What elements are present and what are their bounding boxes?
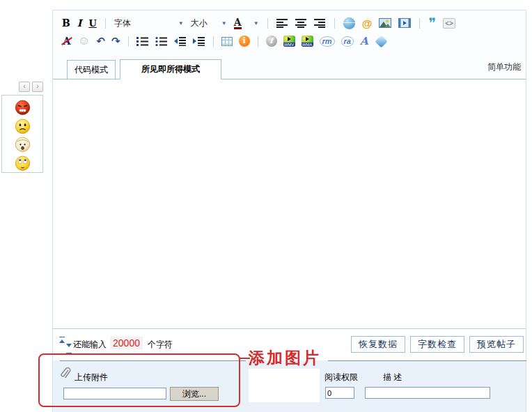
insert-email-icon[interactable]: @	[362, 17, 373, 29]
toolbar-separator	[258, 36, 258, 47]
wmv-media-icon[interactable]: WMV	[283, 36, 295, 47]
read-permission-label: 阅读权限	[324, 372, 358, 383]
wma-media-icon[interactable]: WMA	[302, 36, 313, 47]
font-style-icon[interactable]: A	[360, 35, 368, 47]
remove-format-icon[interactable]: A	[62, 36, 72, 47]
annotation-add-image-text: 添加图片	[249, 347, 321, 369]
toolbar-separator	[128, 36, 129, 47]
unordered-list-icon[interactable]	[155, 36, 168, 46]
upload-attachment-label: 上传附件	[75, 372, 108, 383]
insert-link-icon[interactable]	[343, 17, 355, 29]
align-right-icon[interactable]	[314, 19, 326, 28]
shrink-editor-icon[interactable]	[66, 344, 72, 347]
remaining-chars-count: 20000	[110, 337, 143, 349]
tab-wysiwyg-mode[interactable]: 所见即所得模式	[120, 59, 221, 79]
browse-button[interactable]: 浏览...	[170, 387, 219, 401]
italic-button[interactable]: I	[77, 17, 82, 29]
mode-tab-bar: 代码模式 所见即所得模式 简单功能	[53, 55, 526, 79]
attachment-file-input[interactable]	[63, 388, 166, 399]
toolbar-separator	[213, 36, 214, 47]
simple-mode-link[interactable]: 简单功能	[487, 61, 521, 73]
emoticon-next-button[interactable]: ›	[32, 82, 43, 92]
sad-face-emoticon[interactable]	[15, 119, 31, 135]
underline-button[interactable]: U	[88, 18, 96, 29]
wide-eyed-face-emoticon[interactable]	[15, 155, 31, 171]
description-label: 描 述	[383, 372, 402, 383]
read-permission-input[interactable]	[325, 387, 354, 399]
description-input[interactable]	[365, 387, 490, 399]
remaining-chars-label: 还能输入	[73, 339, 107, 351]
chevron-down-icon: ▼	[221, 20, 227, 26]
toolbar-separator	[419, 18, 420, 29]
emoticon-prev-button[interactable]: ‹	[19, 82, 30, 92]
preview-post-button[interactable]: 预览帖子	[469, 336, 524, 353]
outdent-icon[interactable]	[174, 36, 187, 46]
ordered-list-icon[interactable]	[136, 36, 149, 46]
crystal-icon[interactable]	[375, 35, 387, 47]
expand-editor-icon[interactable]	[59, 339, 65, 343]
font-size-label: 大小	[191, 17, 208, 29]
shocked-face-emoticon[interactable]	[15, 137, 31, 153]
font-color-icon: A	[234, 17, 242, 29]
code-icon[interactable]: <>	[443, 18, 455, 29]
font-color-dropdown[interactable]: A ▼	[234, 17, 259, 29]
toolbar-separator	[105, 18, 106, 29]
font-size-dropdown[interactable]: 大小 ▼	[191, 17, 227, 29]
wmv-label: WMV	[283, 43, 295, 47]
align-left-icon[interactable]	[276, 19, 288, 28]
emoticon-pager: ‹ ›	[19, 82, 43, 92]
chevron-down-icon: ▼	[178, 20, 184, 26]
realaudio-icon[interactable]: ra	[341, 36, 354, 47]
redo-icon[interactable]: ↷	[111, 35, 120, 47]
remaining-chars-suffix: 个字符	[148, 339, 173, 351]
chevron-down-icon: ▼	[253, 20, 259, 26]
flash-icon[interactable]: f	[266, 36, 277, 47]
bold-button[interactable]: B	[62, 17, 70, 29]
resize-editor-handle[interactable]	[59, 338, 73, 351]
insert-table-icon[interactable]	[221, 37, 233, 46]
smiley-icon[interactable]: ☺	[78, 36, 90, 47]
toolbar-separator	[267, 18, 268, 29]
wma-label: WMA	[302, 43, 313, 47]
section-divider	[60, 360, 246, 361]
quote-icon[interactable]: ❞	[428, 18, 436, 28]
tab-code-mode[interactable]: 代码模式	[67, 60, 116, 79]
restore-data-button[interactable]: 恢复数据	[351, 336, 405, 353]
editor-canvas[interactable]	[53, 79, 526, 328]
word-count-button[interactable]: 字数检查	[410, 336, 464, 353]
indent-icon[interactable]	[193, 36, 205, 46]
realmedia-icon[interactable]: rm	[320, 36, 335, 47]
insert-image-icon[interactable]	[379, 18, 391, 28]
align-center-icon[interactable]	[295, 19, 307, 28]
emoticon-panel	[1, 95, 43, 173]
toolbar-separator	[334, 18, 335, 29]
image-preview-box	[249, 369, 320, 402]
furious-face-emoticon[interactable]	[15, 100, 31, 116]
insert-video-icon[interactable]	[398, 18, 411, 28]
play-icon	[288, 37, 291, 41]
play-icon	[306, 37, 309, 41]
undo-icon[interactable]: ↶	[96, 35, 105, 47]
section-divider	[328, 360, 526, 361]
font-family-label: 字体	[114, 17, 131, 29]
attachment-info-icon[interactable]: i	[239, 36, 250, 47]
font-family-dropdown[interactable]: 字体 ▼	[114, 17, 184, 29]
paperclip-icon	[60, 367, 71, 382]
editor-toolbar: B I U 字体 ▼ 大小 ▼ A ▼	[53, 10, 526, 50]
